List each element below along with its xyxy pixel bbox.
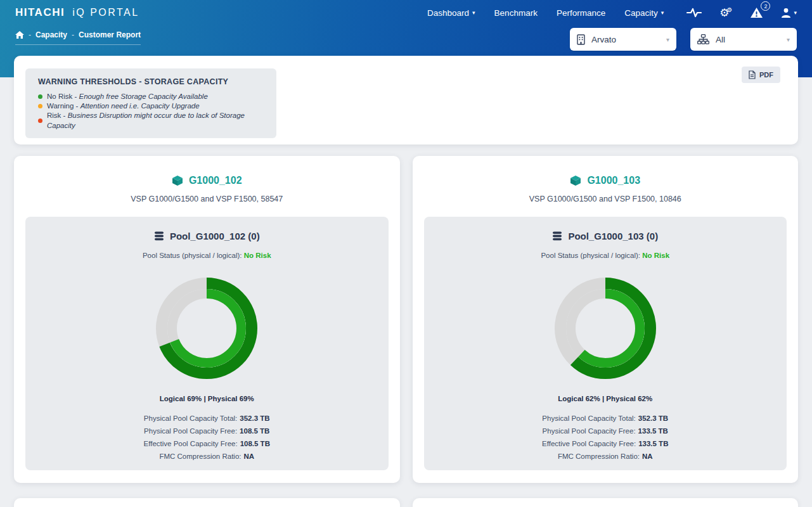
- pool-name: Pool_G1000_103 (0): [568, 231, 658, 241]
- database-icon: [552, 231, 562, 241]
- pdf-export-button[interactable]: PDF: [742, 67, 780, 83]
- hitachi-wordmark: HITACHI: [15, 6, 65, 19]
- pool-status-line: Pool Status (physical / logical): No Ris…: [424, 252, 787, 259]
- nav-icon-group: ⚙⚙ 2 ▾: [686, 7, 797, 18]
- storage-cards-row: G1000_102 VSP G1000/G1500 and VSP F1500,…: [14, 156, 798, 483]
- system-select-value: All: [716, 35, 725, 44]
- storage-system-name: G1000_103: [587, 175, 640, 186]
- breadcrumb-capacity[interactable]: Capacity: [35, 30, 67, 39]
- storage-system-model: VSP G1000/G1500 and VSP F1500, 58547: [25, 195, 389, 203]
- nav-item-label: Performance: [557, 8, 605, 18]
- filter-controls: Arvato ▾ All ▾: [570, 28, 797, 51]
- nav-item-label: Capacity: [624, 8, 658, 18]
- sub-header: - Capacity - Customer Report Arvato ▾ Al…: [0, 28, 812, 51]
- pool-status-badge: No Risk: [642, 252, 669, 259]
- customer-select-value: Arvato: [591, 35, 616, 44]
- alerts-warning-icon[interactable]: 2: [750, 7, 763, 18]
- green-dot-icon: [38, 94, 42, 99]
- database-icon: [154, 231, 164, 241]
- storage-system-model: VSP G1000/G1500 and VSP F1500, 10846: [424, 195, 787, 203]
- nav-item-performance[interactable]: Performance: [557, 8, 605, 18]
- top-navigation-bar: HITACHI iQ PORTAL Dashboard ▾ Benchmark …: [0, 0, 812, 25]
- pool-panel: Pool_G1000_103 (0) Pool Status (physical…: [424, 217, 787, 470]
- activity-icon[interactable]: [686, 7, 702, 18]
- pool-title: Pool_G1000_102 (0): [25, 231, 389, 241]
- sitemap-icon: [697, 34, 709, 44]
- legend-title: WARNING THRESHOLDS - STORAGE CAPACITY: [38, 77, 264, 86]
- iq-portal-wordmark: iQ PORTAL: [72, 7, 139, 18]
- storage-card-g1000-103: G1000_103 VSP G1000/G1500 and VSP F1500,…: [413, 156, 799, 483]
- breadcrumb: - Capacity - Customer Report: [15, 30, 141, 45]
- cube-icon: [172, 175, 183, 186]
- nav-item-dashboard[interactable]: Dashboard ▾: [427, 8, 475, 18]
- capacity-donut-chart: [25, 265, 389, 394]
- legend-item-warning: Warning - Attention need i.e. Capacity U…: [38, 101, 264, 111]
- warning-thresholds-box: WARNING THRESHOLDS - STORAGE CAPACITY No…: [25, 68, 276, 138]
- storage-system-name: G1000_102: [189, 175, 242, 186]
- donut-chart-label: Logical 69% | Physical 69%: [25, 395, 389, 402]
- stat-row: Physical Pool Capacity Free:133.5 TB: [424, 425, 787, 437]
- nav-item-capacity[interactable]: Capacity ▾: [624, 8, 664, 18]
- chevron-down-icon: ▾: [787, 36, 790, 43]
- cube-icon: [570, 175, 581, 186]
- legend-item-risk: Risk - Business Disruption might occur d…: [38, 111, 264, 130]
- user-menu-icon[interactable]: ▾: [781, 8, 797, 18]
- pool-status-label: Pool Status (physical / logical):: [541, 252, 640, 259]
- storage-system-link[interactable]: G1000_103: [570, 175, 640, 186]
- settings-gears-icon[interactable]: ⚙⚙: [719, 8, 732, 18]
- stat-row: Effective Pool Capacity Free:133.5 TB: [424, 437, 787, 450]
- legend-item-text: Warning - Attention need i.e. Capacity U…: [47, 101, 200, 111]
- breadcrumb-customer-report[interactable]: Customer Report: [79, 30, 141, 39]
- main-content: WARNING THRESHOLDS - STORAGE CAPACITY No…: [0, 56, 812, 507]
- pool-panel: Pool_G1000_102 (0) Pool Status (physical…: [25, 217, 389, 470]
- legend-item-no-risk: No Risk - Enough free Storage Capacity A…: [38, 92, 264, 101]
- stat-row: FMC Compression Ratio:NA: [424, 450, 787, 463]
- gear-icon: ⚙: [727, 7, 733, 13]
- breadcrumb-home-icon[interactable]: [15, 31, 24, 39]
- chevron-down-icon: ▾: [472, 10, 475, 16]
- pool-status-label: Pool Status (physical / logical):: [143, 252, 242, 259]
- storage-cards-row-partial: [14, 498, 798, 507]
- stat-row: Effective Pool Capacity Free:108.5 TB: [25, 437, 389, 450]
- chevron-down-icon: ▾: [661, 10, 664, 16]
- legend-item-text: Risk - Business Disruption might occur d…: [47, 111, 264, 130]
- hitachi-iq-portal-logo[interactable]: HITACHI iQ PORTAL: [15, 6, 139, 19]
- donut-chart-label: Logical 62% | Physical 62%: [424, 395, 787, 402]
- legend-panel: WARNING THRESHOLDS - STORAGE CAPACITY No…: [14, 56, 798, 144]
- breadcrumb-separator: -: [29, 30, 31, 39]
- pdf-file-icon: [749, 70, 756, 79]
- chevron-down-icon: ▾: [794, 10, 797, 16]
- notification-count-badge: 2: [761, 1, 770, 11]
- capacity-donut-chart: [424, 265, 787, 394]
- red-dot-icon: [38, 119, 42, 123]
- storage-card-g1000-102: G1000_102 VSP G1000/G1500 and VSP F1500,…: [14, 156, 400, 483]
- nav-item-label: Dashboard: [427, 8, 469, 18]
- stat-row: Physical Pool Capacity Free:108.5 TB: [25, 425, 389, 437]
- customer-select[interactable]: Arvato ▾: [570, 28, 676, 51]
- stat-row: Physical Pool Capacity Total:352.3 TB: [25, 412, 389, 425]
- storage-system-link[interactable]: G1000_102: [172, 175, 242, 186]
- pool-status-line: Pool Status (physical / logical): No Ris…: [25, 252, 389, 259]
- stat-row: FMC Compression Ratio:NA: [25, 450, 389, 463]
- pool-stats: Physical Pool Capacity Total:352.3 TB Ph…: [424, 412, 787, 463]
- pool-name: Pool_G1000_102 (0): [170, 231, 260, 241]
- main-nav: Dashboard ▾ Benchmark Performance Capaci…: [427, 7, 797, 18]
- storage-card-partial: [14, 498, 400, 507]
- nav-item-label: Benchmark: [494, 8, 538, 18]
- stat-row: Physical Pool Capacity Total:352.3 TB: [424, 412, 787, 425]
- legend-item-text: No Risk - Enough free Storage Capacity A…: [47, 92, 208, 101]
- pool-status-badge: No Risk: [244, 252, 271, 259]
- nav-item-benchmark[interactable]: Benchmark: [494, 8, 538, 18]
- pool-title: Pool_G1000_103 (0): [424, 231, 787, 241]
- chevron-down-icon: ▾: [666, 36, 669, 43]
- system-select[interactable]: All ▾: [690, 28, 797, 51]
- storage-card-partial: [413, 498, 799, 507]
- building-icon: [577, 34, 585, 45]
- pdf-button-label: PDF: [759, 71, 773, 79]
- breadcrumb-separator: -: [72, 30, 74, 39]
- pool-stats: Physical Pool Capacity Total:352.3 TB Ph…: [25, 412, 389, 463]
- orange-dot-icon: [38, 104, 42, 108]
